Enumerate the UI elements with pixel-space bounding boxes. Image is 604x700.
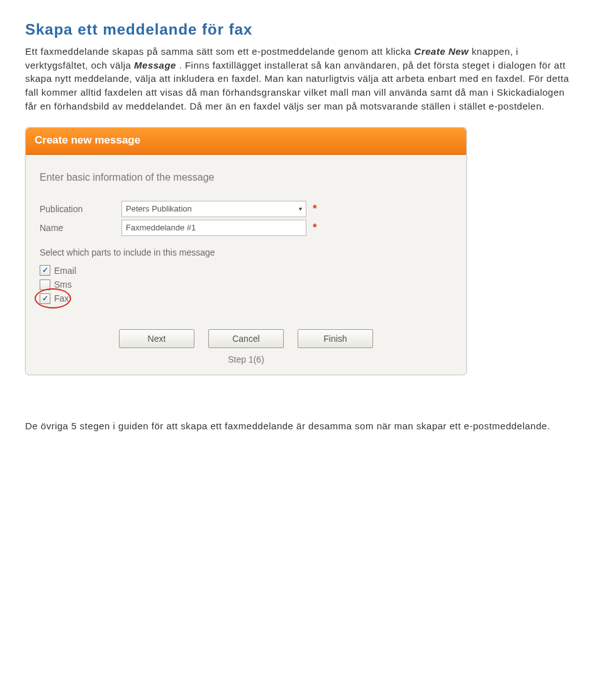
dialog-screenshot: Create new message Enter basic informati… <box>25 127 579 376</box>
sms-checkbox[interactable] <box>40 279 50 290</box>
name-value: Faxmeddelande #1 <box>126 222 196 234</box>
name-label: Name <box>40 222 121 234</box>
footer-paragraph: De övriga 5 stegen i guiden för att skap… <box>25 419 579 433</box>
enter-info-label: Enter basic information of the message <box>40 170 452 184</box>
dialog-title: Create new message <box>35 134 140 146</box>
sms-check-row: Sms <box>40 278 452 291</box>
cancel-button[interactable]: Cancel <box>208 329 284 348</box>
publication-select[interactable]: Peters Publikation ▾ <box>121 201 306 217</box>
fax-check-row: ✓ Fax <box>40 292 452 305</box>
intro-paragraph: Ett faxmeddelande skapas på samma sätt s… <box>25 45 579 113</box>
fax-check-label: Fax <box>54 292 69 305</box>
required-indicator: * <box>313 201 317 217</box>
email-check-label: Email <box>54 264 76 277</box>
dialog-button-row: Next Cancel Finish <box>40 329 452 348</box>
next-button[interactable]: Next <box>119 329 194 348</box>
fax-checkbox[interactable]: ✓ <box>40 293 50 304</box>
step-indicator: Step 1(6) <box>40 353 452 366</box>
parts-label: Select which parts to include in this me… <box>40 246 452 259</box>
publication-label: Publication <box>40 203 121 215</box>
finish-button[interactable]: Finish <box>298 329 373 348</box>
email-check-row: ✓ Email <box>40 264 452 277</box>
chevron-down-icon: ▾ <box>299 205 302 214</box>
intro-em-message: Message <box>134 60 176 71</box>
sms-check-label: Sms <box>54 278 72 291</box>
name-input[interactable]: Faxmeddelande #1 <box>121 220 306 236</box>
dialog-header: Create new message <box>26 128 466 155</box>
publication-row: Publication Peters Publikation ▾ * <box>40 201 452 217</box>
email-checkbox[interactable]: ✓ <box>40 265 50 276</box>
name-row: Name Faxmeddelande #1 * <box>40 220 452 236</box>
fax-highlight-circle: ✓ Fax <box>40 292 69 305</box>
publication-value: Peters Publikation <box>126 203 192 215</box>
dialog-body: Enter basic information of the message P… <box>26 155 466 375</box>
required-indicator: * <box>313 220 317 236</box>
intro-em-create-new: Create New <box>414 46 469 57</box>
intro-text-a: Ett faxmeddelande skapas på samma sätt s… <box>25 46 414 57</box>
create-message-dialog: Create new message Enter basic informati… <box>25 127 467 376</box>
page-title: Skapa ett meddelande för fax <box>25 19 579 41</box>
